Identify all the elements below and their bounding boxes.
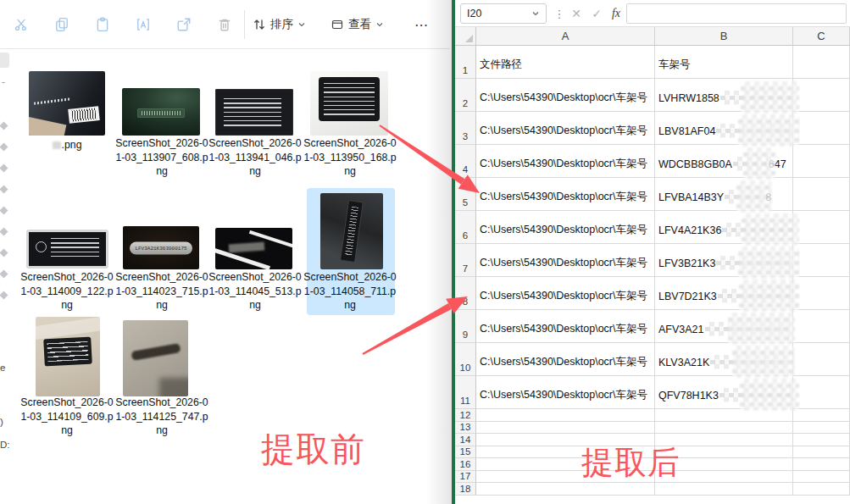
file-name[interactable]: ScreenShot_2026-01-03_113907_608.png (115, 136, 208, 179)
cell-empty[interactable] (793, 277, 850, 310)
thumbnail-image[interactable] (122, 88, 200, 136)
cancel-icon[interactable]: ✕ (567, 3, 586, 24)
cell-empty[interactable] (793, 178, 850, 211)
row-number[interactable]: 6 (455, 211, 476, 244)
cell-vin[interactable]: LFV3B21K3 (655, 244, 793, 277)
row-number[interactable]: 10 (455, 343, 476, 376)
column-header-a[interactable]: A (476, 27, 655, 45)
file-name[interactable]: ScreenShot_2026-01-03_114109_609.png (20, 396, 114, 438)
row-number[interactable]: 17 (455, 471, 476, 484)
cell-path[interactable]: C:\Users\54390\Desktop\ocr\车架号 (476, 145, 655, 178)
cell-vin[interactable]: LBV7D21K3 (655, 277, 793, 310)
cell-empty[interactable] (793, 422, 850, 435)
cell-empty[interactable] (793, 343, 850, 376)
cell-empty[interactable] (793, 79, 850, 112)
copy-icon[interactable] (52, 14, 72, 35)
thumbnail-image[interactable] (310, 71, 388, 136)
row-number[interactable]: 16 (455, 458, 476, 471)
cell-empty[interactable] (793, 145, 850, 178)
row-number[interactable]: 18 (455, 483, 476, 496)
paste-icon[interactable] (92, 14, 113, 35)
row-number[interactable]: 15 (455, 446, 476, 459)
cell-path[interactable]: C:\Users\54390\Desktop\ocr\车架号 (476, 79, 655, 112)
cell-empty[interactable] (655, 458, 793, 471)
cell-vin[interactable]: LFVBA14B3Y8 (655, 178, 793, 211)
file-name[interactable]: ScreenShot_2026-01-03_114125_747.png (115, 396, 208, 438)
cell-empty[interactable] (793, 471, 850, 484)
select-all-corner[interactable] (455, 27, 476, 45)
thumbnail-image[interactable] (36, 317, 100, 396)
cell-vin[interactable]: LFV4A21K36 (655, 211, 793, 244)
view-button[interactable]: 查看 (331, 14, 384, 35)
cell-empty[interactable] (793, 434, 850, 446)
thumbnail-image[interactable]: LFV3A21K363000175 (123, 226, 199, 269)
cell-empty[interactable] (793, 458, 850, 471)
row-number[interactable]: 7 (455, 244, 476, 277)
row-number[interactable]: 5 (455, 178, 476, 211)
formula-input[interactable] (626, 3, 847, 24)
file-name[interactable]: ScreenShot_2026-01-03_114023_715.png (115, 270, 208, 313)
file-name[interactable]: ScreenShot_2026-01-03_114045_513.png (208, 270, 302, 313)
cell-path[interactable]: C:\Users\54390\Desktop\ocr\车架号 (476, 376, 655, 409)
cell-empty[interactable] (476, 446, 655, 459)
cell-empty[interactable] (655, 483, 793, 496)
column-header-c[interactable]: C (793, 27, 850, 45)
thumbnail-image[interactable] (26, 230, 108, 269)
cell-vin[interactable]: KLV3A21K (655, 343, 793, 376)
cell-empty[interactable] (476, 483, 655, 496)
row-number[interactable]: 9 (455, 310, 476, 343)
cell-vin-header[interactable]: 车架号 (655, 46, 793, 79)
thumbnail-image[interactable] (123, 320, 188, 396)
name-box[interactable]: I20 (460, 3, 547, 24)
cell-path-header[interactable]: 文件路径 (476, 46, 655, 79)
thumbnail-image[interactable] (215, 228, 292, 269)
file-name[interactable]: ScreenShot_2026-01-03_114058_711.png (303, 270, 397, 313)
thumbnail-image[interactable] (320, 193, 383, 269)
cell-empty[interactable] (793, 244, 850, 277)
confirm-icon[interactable]: ✓ (587, 3, 606, 24)
cell-empty[interactable] (655, 409, 793, 422)
row-number[interactable]: 11 (455, 376, 476, 409)
cell-empty[interactable] (793, 446, 850, 459)
cell-empty[interactable] (476, 434, 655, 446)
insert-function-icon[interactable]: fx (608, 3, 625, 24)
cell-vin[interactable]: LBV81AF04 (655, 112, 793, 145)
cell-path[interactable]: C:\Users\54390\Desktop\ocr\车架号 (476, 178, 655, 211)
cell-empty[interactable] (793, 376, 850, 409)
row-number[interactable]: 4 (455, 145, 476, 178)
cell-path[interactable]: C:\Users\54390\Desktop\ocr\车架号 (476, 211, 655, 244)
cell-vin[interactable]: QFV78H1K3 (655, 376, 793, 409)
file-name[interactable]: ScreenShot_2026-01-03_114009_122.png (20, 270, 114, 313)
cell-empty[interactable] (793, 46, 850, 79)
cell-empty[interactable] (793, 409, 850, 422)
thumbnail-image[interactable] (29, 71, 105, 136)
cell-empty[interactable] (476, 458, 655, 471)
cell-empty[interactable] (476, 422, 655, 435)
cell-path[interactable]: C:\Users\54390\Desktop\ocr\车架号 (476, 343, 655, 376)
cell-path[interactable]: C:\Users\54390\Desktop\ocr\车架号 (476, 310, 655, 343)
cell-empty[interactable] (793, 211, 850, 244)
rename-icon[interactable] (133, 14, 153, 35)
share-icon[interactable] (174, 14, 194, 35)
cell-empty[interactable] (655, 422, 793, 435)
column-header-b[interactable]: B (655, 27, 793, 45)
row-number[interactable]: 13 (455, 422, 476, 435)
cell-empty[interactable] (476, 471, 655, 484)
row-number[interactable]: 8 (455, 277, 476, 310)
cell-vin[interactable]: WDCBB8GB0A647 (655, 145, 793, 178)
file-name[interactable]: .png (20, 138, 114, 152)
cell-empty[interactable] (655, 471, 793, 484)
cell-empty[interactable] (655, 434, 793, 446)
row-number[interactable]: 12 (455, 409, 476, 422)
delete-icon[interactable] (214, 14, 235, 35)
cell-path[interactable]: C:\Users\54390\Desktop\ocr\车架号 (476, 112, 655, 145)
cell-vin[interactable]: AFV3A21 (655, 310, 793, 343)
row-number[interactable]: 1 (455, 46, 476, 79)
cell-empty[interactable] (655, 446, 793, 459)
cell-empty[interactable] (476, 409, 655, 422)
thumbnail-image[interactable] (215, 89, 293, 136)
cell-path[interactable]: C:\Users\54390\Desktop\ocr\车架号 (476, 277, 655, 310)
file-name[interactable]: ScreenShot_2026-01-03_113950_168.png (303, 136, 397, 179)
cut-icon[interactable] (11, 14, 31, 35)
cell-empty[interactable] (793, 483, 850, 496)
